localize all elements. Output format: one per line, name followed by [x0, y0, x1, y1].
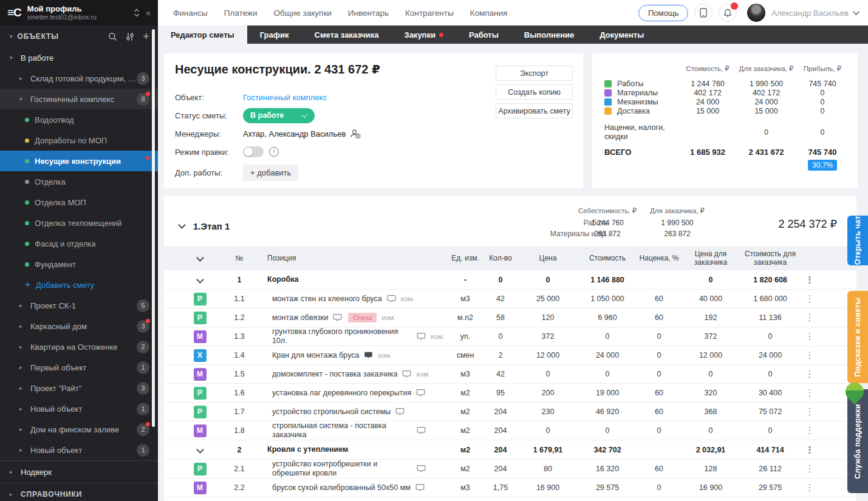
summary-row-name: Механизмы	[617, 98, 658, 106]
comment-icon[interactable]	[416, 389, 425, 397]
comment-icon[interactable]	[395, 407, 405, 416]
tab-Закупки[interactable]: Закупки	[392, 26, 456, 44]
row-menu-kebab-icon[interactable]: ⋮	[799, 387, 820, 398]
objects-section-header[interactable]: ▾ ОБЪЕКТЫ +	[0, 26, 158, 47]
filter-sliders-icon[interactable]	[126, 32, 134, 41]
profile-switch-icon[interactable]	[134, 9, 140, 17]
tab-Выполнение[interactable]: Выполнение	[511, 26, 587, 44]
row-menu-kebab-icon[interactable]: ⋮	[799, 369, 820, 380]
notifications-bell-icon[interactable]	[719, 4, 737, 22]
top-nav-item[interactable]: Финансы	[173, 9, 208, 18]
sidebar-item[interactable]: ▸Новый объект1	[0, 398, 158, 419]
top-nav-item[interactable]: Контрагенты	[405, 9, 454, 18]
changes-link[interactable]: изм.	[431, 333, 445, 340]
tab-Редактор сметы[interactable]: Редактор сметы	[158, 26, 247, 44]
comment-icon[interactable]	[415, 483, 425, 492]
sidebar-item[interactable]: ▸Проект "Райт"3	[0, 378, 158, 398]
sidebar-item[interactable]: ▾Гостиничный комплекс8	[0, 89, 158, 109]
sidebar-item[interactable]: +Добавить смету	[0, 274, 158, 295]
changes-link[interactable]: изм.	[378, 352, 392, 359]
changes-link[interactable]: изм.	[381, 314, 395, 321]
sidebar-item[interactable]: ▸Нодверк	[0, 460, 158, 483]
sidebar-item[interactable]: Фундамент	[0, 254, 158, 274]
status-dropdown[interactable]: В работе	[243, 108, 315, 123]
stage-collapse-chevron-icon[interactable]	[178, 221, 186, 229]
sidebar-item[interactable]: ▸Склад готовой продукции, пгт. .3	[0, 68, 158, 89]
row-menu-kebab-icon[interactable]: ⋮	[799, 445, 820, 455]
action-button[interactable]: Создать копию	[496, 84, 573, 100]
user-menu-chevron-icon[interactable]	[853, 9, 859, 15]
sidebar-item[interactable]: ▸Дом на финском заливе2	[0, 419, 158, 440]
comment-icon[interactable]	[333, 313, 342, 322]
action-button[interactable]: Архивировать смету	[496, 103, 573, 118]
sidebar-item[interactable]: ▾В работе	[0, 47, 158, 68]
comment-icon[interactable]	[402, 370, 411, 378]
action-button[interactable]: Экспорт	[496, 66, 573, 81]
sidebar-item[interactable]: Отделка МОП	[0, 192, 158, 213]
sidebar-item[interactable]: Отделка техпомещений	[0, 213, 158, 233]
add-object-icon[interactable]: +	[143, 32, 149, 41]
row-menu-kebab-icon[interactable]: ⋮	[799, 463, 820, 474]
tab-Работы[interactable]: Работы	[456, 26, 511, 44]
sidebar-item[interactable]: ▸Квартира на Остоженке2	[0, 336, 158, 357]
row-menu-kebab-icon[interactable]: ⋮	[799, 312, 820, 323]
user-avatar[interactable]	[747, 4, 765, 22]
top-nav-item[interactable]: Инвентарь	[348, 9, 389, 18]
sidebar-item[interactable]: ▸Новый объект1	[0, 440, 158, 460]
search-icon[interactable]	[108, 32, 117, 41]
tab-Смета заказчика[interactable]: Смета заказчика	[302, 26, 392, 44]
tab-График[interactable]: График	[247, 26, 302, 44]
summary-client-value: 15 000	[737, 107, 796, 115]
sidebar-item[interactable]: Несущие конструкции	[0, 151, 158, 171]
row-menu-kebab-icon[interactable]: ⋮	[799, 425, 820, 436]
comment-icon[interactable]	[364, 351, 373, 360]
legend-swatch	[604, 80, 612, 87]
phone-icon[interactable]	[694, 4, 713, 22]
comment-icon[interactable]	[417, 465, 426, 473]
row-menu-kebab-icon[interactable]: ⋮	[799, 350, 820, 361]
sidebar-item[interactable]: ▸Первый объект1	[0, 357, 158, 378]
edit-mode-toggle[interactable]	[243, 146, 264, 157]
group-collapse-chevron-icon[interactable]	[176, 447, 224, 452]
sidebar-item[interactable]: Отделка	[0, 171, 158, 192]
expand-all-chevron-icon[interactable]	[176, 254, 224, 262]
sidebar-scrollbar[interactable]	[152, 29, 155, 427]
row-menu-kebab-icon[interactable]: ⋮	[799, 293, 820, 304]
row-menu-kebab-icon[interactable]: ⋮	[799, 406, 820, 417]
open-chat-tab[interactable]: Открыть чат	[847, 216, 868, 265]
top-nav-item[interactable]: Компания	[470, 9, 508, 18]
sidebar-item[interactable]: Допработы по МОП	[0, 130, 158, 151]
comment-icon[interactable]	[387, 295, 396, 303]
help-button[interactable]: Помощь	[638, 5, 688, 21]
sidebar-item[interactable]: Водоотвод	[0, 109, 158, 130]
support-tab[interactable]: Служба поддержки	[847, 389, 868, 493]
position-name: монтаж стен из клееного бруса	[272, 295, 382, 304]
object-link[interactable]: Гостиничный комплекс	[243, 93, 327, 102]
profile-block[interactable]: Мой профиль smetter.test01@inbox.ru	[27, 4, 128, 21]
group-collapse-chevron-icon[interactable]	[176, 277, 224, 282]
changes-link[interactable]: изм.	[416, 370, 430, 378]
sidebar-item[interactable]: ▸СПРАВОЧНИКИ	[0, 483, 158, 501]
top-nav-item[interactable]: Платежи	[224, 9, 258, 18]
position-name: Коробка	[267, 275, 298, 284]
tips-tab[interactable]: Подсказки и советы	[847, 291, 868, 383]
sidebar-item-label: Проект "Райт"	[30, 384, 137, 393]
collapse-sidebar-icon[interactable]: «	[146, 8, 151, 18]
chevron-right-icon: ▸	[19, 323, 30, 329]
comment-icon[interactable]	[417, 332, 426, 341]
legend-swatch	[604, 107, 612, 115]
sidebar-item[interactable]: Фасад и отделка	[0, 233, 158, 254]
changes-link[interactable]: изм.	[401, 295, 415, 302]
row-menu-kebab-icon[interactable]: ⋮	[799, 482, 820, 493]
tab-Документы[interactable]: Документы	[587, 26, 657, 44]
add-extra-works-button[interactable]: + добавить	[243, 165, 298, 181]
row-menu-kebab-icon[interactable]: ⋮	[799, 274, 820, 285]
row-menu-kebab-icon[interactable]: ⋮	[799, 331, 820, 342]
stage-col-cost: Себестоимость, ₽	[568, 206, 647, 215]
profile-email: smetter.test01@inbox.ru	[27, 13, 128, 21]
comment-icon[interactable]	[417, 426, 426, 435]
sidebar-item[interactable]: ▸Проект СК-15	[0, 295, 158, 316]
add-manager-icon[interactable]	[350, 129, 361, 138]
sidebar-item[interactable]: ▸Каркасный дом3	[0, 316, 158, 336]
top-nav-item[interactable]: Общие закупки	[273, 9, 331, 18]
